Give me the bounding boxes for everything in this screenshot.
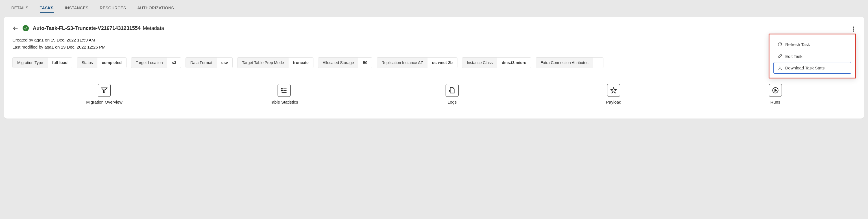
actions-dropdown: Refresh Task Edit Task Download Task Sta… [769, 34, 856, 79]
chip-label: Migration Type [13, 58, 48, 68]
chip-allocated-storage: Allocated Storage 50 [318, 57, 372, 68]
dropdown-label: Edit Task [785, 54, 803, 59]
chip-migration-type: Migration Type full-load [12, 57, 72, 68]
play-circle-icon [769, 84, 782, 97]
svg-point-2 [853, 30, 854, 32]
chip-label: Data Format [186, 58, 217, 68]
chip-label: Extra Connection Attributes [536, 58, 593, 68]
chip-extra-conn-attrs: Extra Connection Attributes - [536, 57, 603, 68]
chip-value: dms.t3.micro [497, 58, 531, 68]
chip-target-location: Target Location s3 [131, 57, 181, 68]
dropdown-label: Download Task Stats [785, 65, 825, 70]
tab-authorizations[interactable]: AUTHORIZATIONS [137, 3, 174, 13]
chip-value: completed [97, 58, 126, 68]
kebab-icon [853, 26, 855, 32]
chip-value: csv [217, 58, 232, 68]
chip-value: us-west-2b [428, 58, 457, 68]
header-row: Auto-Task-FL-S3-Truncate-V21671431231554… [12, 25, 856, 31]
kpi-label: Table Statistics [270, 100, 298, 104]
svg-marker-11 [611, 88, 617, 93]
task-name: Auto-Task-FL-S3-Truncate-V21671431231554 [33, 25, 141, 31]
modified-by-text: Last modified by aqa1 on 19 Dec, 2022 12… [12, 44, 856, 50]
svg-point-6 [281, 88, 282, 89]
arrow-left-icon [12, 25, 19, 31]
chip-value: - [593, 58, 603, 68]
kpi-label: Logs [447, 100, 457, 104]
chip-label: Replication Instance AZ [377, 58, 428, 68]
chip-label: Status [77, 58, 97, 68]
task-subtitle: Metadata [143, 25, 164, 31]
check-icon [24, 26, 28, 30]
chip-status: Status completed [77, 57, 126, 68]
chip-data-format: Data Format csv [186, 57, 233, 68]
svg-point-1 [853, 29, 854, 30]
chip-table-prep-mode: Target Table Prep Mode truncate [237, 57, 313, 68]
tab-tasks[interactable]: TASKS [40, 3, 54, 13]
kpi-label: Payload [606, 100, 621, 104]
task-card: Auto-Task-FL-S3-Truncate-V21671431231554… [4, 17, 864, 119]
chip-value: 50 [358, 58, 372, 68]
download-icon [777, 65, 782, 70]
refresh-icon [777, 42, 782, 47]
pencil-icon [777, 54, 782, 59]
svg-marker-13 [775, 89, 777, 92]
chip-label: Instance Class [462, 58, 497, 68]
page-title: Auto-Task-FL-S3-Truncate-V21671431231554… [33, 25, 164, 31]
back-button[interactable] [12, 25, 19, 31]
document-icon [445, 84, 459, 97]
kpi-table-statistics[interactable]: Table Statistics [270, 84, 298, 104]
tab-instances[interactable]: INSTANCES [65, 3, 89, 13]
kpi-row: Migration Overview Table Statistics [12, 84, 856, 104]
chip-replication-az: Replication Instance AZ us-west-2b [377, 57, 458, 68]
kpi-label: Migration Overview [86, 100, 122, 104]
chip-label: Allocated Storage [318, 58, 359, 68]
chips-container: Migration Type full-load Status complete… [12, 57, 856, 68]
kpi-logs[interactable]: Logs [445, 84, 459, 104]
status-indicator [23, 25, 29, 31]
refresh-task-item[interactable]: Refresh Task [773, 38, 851, 50]
kpi-payload[interactable]: Payload [606, 84, 621, 104]
chip-label: Target Location [131, 58, 167, 68]
tab-resources[interactable]: RESOURCES [100, 3, 126, 13]
chip-value: full-load [48, 58, 72, 68]
kpi-migration-overview[interactable]: Migration Overview [86, 84, 122, 104]
star-icon [607, 84, 620, 97]
kpi-runs[interactable]: Runs [769, 84, 782, 104]
chip-label: Target Table Prep Mode [238, 58, 288, 68]
kpi-label: Runs [770, 100, 780, 104]
svg-marker-4 [102, 88, 107, 93]
svg-point-8 [281, 90, 282, 91]
list-icon [278, 84, 290, 97]
svg-point-0 [853, 27, 854, 28]
funnel-icon [98, 84, 111, 97]
chip-value: s3 [167, 58, 181, 68]
tab-details[interactable]: DETAILS [11, 3, 29, 13]
download-task-stats-item[interactable]: Download Task Stats [773, 62, 851, 74]
more-actions-button[interactable] [851, 25, 856, 34]
chip-value: truncate [288, 58, 313, 68]
created-by-text: Created by aqa1 on 19 Dec, 2022 11:59 AM [12, 37, 856, 42]
dropdown-label: Refresh Task [785, 42, 810, 47]
tabs-bar: DETAILS TASKS INSTANCES RESOURCES AUTHOR… [0, 0, 868, 17]
edit-task-item[interactable]: Edit Task [773, 50, 851, 62]
chip-instance-class: Instance Class dms.t3.micro [462, 57, 531, 68]
